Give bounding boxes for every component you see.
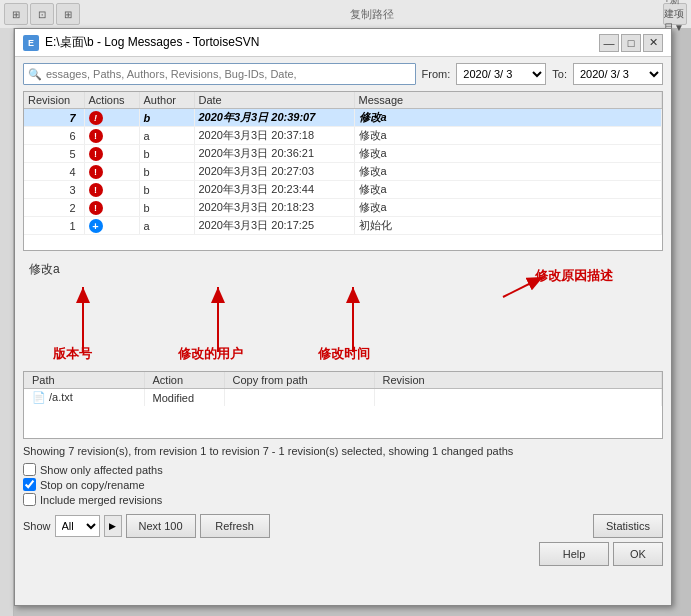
bg-btn-new[interactable]: +新建项目▼	[663, 3, 687, 25]
title-bar: E E:\桌面\b - Log Messages - TortoiseSVN —…	[15, 29, 671, 57]
search-input[interactable]	[46, 68, 411, 80]
cell-revision: 2	[24, 199, 84, 217]
refresh-button[interactable]: Refresh	[200, 514, 270, 538]
annotation-time: 修改时间	[318, 345, 370, 363]
log-table-row[interactable]: 2 ! b 2020年3月3日 20:18:23 修改a	[24, 199, 662, 217]
cell-author: b	[139, 109, 194, 127]
cell-date: 2020年3月3日 20:27:03	[194, 163, 354, 181]
checkbox-row-2: Stop on copy/rename	[23, 478, 663, 491]
action-icon: !	[89, 201, 103, 215]
action-icon: !	[89, 111, 103, 125]
window-icon: E	[23, 35, 39, 51]
show-label: Show	[23, 520, 51, 532]
message-preview: 修改a	[29, 261, 60, 278]
cell-action: !	[84, 145, 139, 163]
from-label: From:	[422, 68, 451, 80]
file-icon: 📄	[32, 391, 46, 403]
action-icon: !	[89, 129, 103, 143]
window-title: E:\桌面\b - Log Messages - TortoiseSVN	[45, 34, 599, 51]
log-table-row[interactable]: 1 + a 2020年3月3日 20:17:25 初始化	[24, 217, 662, 235]
cell-date: 2020年3月3日 20:36:21	[194, 145, 354, 163]
bottom-bar: Show All ▶ Next 100 Refresh Statistics	[23, 514, 663, 538]
cell-date: 2020年3月3日 20:18:23	[194, 199, 354, 217]
col-revision: Revision	[24, 92, 84, 109]
cell-author: b	[139, 163, 194, 181]
stop-on-copy-checkbox[interactable]	[23, 478, 36, 491]
show-select[interactable]: All	[55, 515, 100, 537]
col-copy-from: Copy from path	[224, 372, 374, 389]
col-rev: Revision	[374, 372, 662, 389]
cell-revision: 5	[24, 145, 84, 163]
cell-date: 2020年3月3日 20:39:07	[194, 109, 354, 127]
action-icon: !	[89, 183, 103, 197]
window-body: 🔍 From: 2020/ 3/ 3 To: 2020/ 3/ 3 Revisi…	[15, 57, 671, 605]
search-input-wrap[interactable]: 🔍	[23, 63, 416, 85]
col-author: Author	[139, 92, 194, 109]
cell-date: 2020年3月3日 20:37:18	[194, 127, 354, 145]
log-table-row[interactable]: 4 ! b 2020年3月3日 20:27:03 修改a	[24, 163, 662, 181]
close-button[interactable]: ✕	[643, 34, 663, 52]
paths-table: Path Action Copy from path Revision 📄/a.…	[24, 372, 662, 406]
add-icon: +	[89, 219, 103, 233]
bg-btn-1[interactable]: ⊞	[4, 3, 28, 25]
checkboxes-area: Show only affected paths Stop on copy/re…	[23, 463, 663, 506]
show-arrow-button[interactable]: ▶	[104, 515, 122, 537]
cell-path-action: Modified	[144, 389, 224, 407]
paths-table-row[interactable]: 📄/a.txt Modified	[24, 389, 662, 407]
cell-action: !	[84, 199, 139, 217]
cell-filepath: 📄/a.txt	[24, 389, 144, 407]
main-window: E E:\桌面\b - Log Messages - TortoiseSVN —…	[14, 28, 672, 606]
cell-revision: 3	[24, 181, 84, 199]
show-affected-paths-checkbox[interactable]	[23, 463, 36, 476]
bg-btn-2[interactable]: ⊡	[30, 3, 54, 25]
search-icon: 🔍	[28, 68, 42, 81]
cell-action: !	[84, 181, 139, 199]
help-button[interactable]: Help	[539, 542, 609, 566]
log-table-row[interactable]: 5 ! b 2020年3月3日 20:36:21 修改a	[24, 145, 662, 163]
cell-action: !	[84, 163, 139, 181]
maximize-button[interactable]: □	[621, 34, 641, 52]
col-message: Message	[354, 92, 662, 109]
cell-action: !	[84, 127, 139, 145]
cell-date: 2020年3月3日 20:17:25	[194, 217, 354, 235]
cell-revision: 4	[24, 163, 84, 181]
cell-date: 2020年3月3日 20:23:44	[194, 181, 354, 199]
cell-message: 修改a	[354, 181, 662, 199]
window-controls: — □ ✕	[599, 34, 663, 52]
cell-message: 修改a	[354, 145, 662, 163]
show-affected-paths-label: Show only affected paths	[40, 464, 163, 476]
paths-table-wrap[interactable]: Path Action Copy from path Revision 📄/a.…	[23, 371, 663, 439]
bg-sidebar	[0, 28, 14, 616]
search-bar: 🔍 From: 2020/ 3/ 3 To: 2020/ 3/ 3	[23, 63, 663, 85]
col-path: Path	[24, 372, 144, 389]
action-icon: !	[89, 147, 103, 161]
minimize-button[interactable]: —	[599, 34, 619, 52]
from-date-select[interactable]: 2020/ 3/ 3	[456, 63, 546, 85]
checkbox-row-3: Include merged revisions	[23, 493, 663, 506]
cell-message: 修改a	[354, 127, 662, 145]
annotation-area: 修改a 版本号 修改的用户 修改时间 修改原因描述	[23, 257, 663, 367]
annotation-user: 修改的用户	[178, 345, 243, 363]
cell-revision: 7	[24, 109, 84, 127]
cell-revision: 6	[24, 127, 84, 145]
log-table-row[interactable]: 3 ! b 2020年3月3日 20:23:44 修改a	[24, 181, 662, 199]
action-icon: !	[89, 165, 103, 179]
bg-btn-3[interactable]: ⊞	[56, 3, 80, 25]
cell-author: b	[139, 181, 194, 199]
ok-button[interactable]: OK	[613, 542, 663, 566]
col-action: Action	[144, 372, 224, 389]
status-bar: Showing 7 revision(s), from revision 1 t…	[23, 443, 663, 459]
statistics-button[interactable]: Statistics	[593, 514, 663, 538]
cell-author: a	[139, 127, 194, 145]
log-table-wrap[interactable]: Revision Actions Author Date Message 7 !…	[23, 91, 663, 251]
log-table-row[interactable]: 7 ! b 2020年3月3日 20:39:07 修改a	[24, 109, 662, 127]
include-merged-checkbox[interactable]	[23, 493, 36, 506]
next100-button[interactable]: Next 100	[126, 514, 196, 538]
to-date-select[interactable]: 2020/ 3/ 3	[573, 63, 663, 85]
cell-author: b	[139, 199, 194, 217]
bottom-right-buttons: Help OK	[23, 542, 663, 566]
annotation-reason: 修改原因描述	[535, 267, 613, 285]
log-table-row[interactable]: 6 ! a 2020年3月3日 20:37:18 修改a	[24, 127, 662, 145]
col-actions: Actions	[84, 92, 139, 109]
cell-action: !	[84, 109, 139, 127]
